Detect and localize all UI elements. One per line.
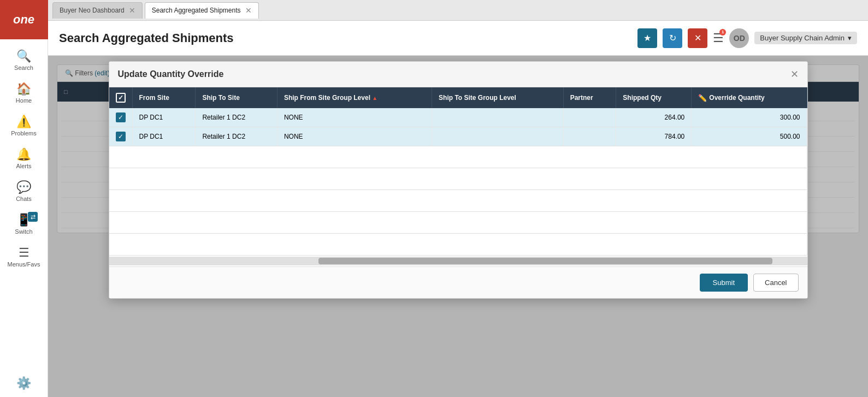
search-icon: 🔍	[16, 49, 31, 63]
sidebar-item-search[interactable]: 🔍 Search	[0, 44, 48, 76]
table-header-row: ✓ From Site Ship To Site S	[109, 87, 807, 108]
app-logo[interactable]: one	[0, 0, 48, 39]
sidebar-item-alerts[interactable]: 🔔 Alerts	[0, 142, 48, 175]
sidebar-item-settings[interactable]: ⚙️	[0, 371, 48, 397]
scrollbar-thumb	[318, 258, 772, 264]
col-header-ship-from-group: Ship From Site Group Level ▲	[277, 87, 432, 108]
sidebar-label-menus: Menus/Favs	[8, 261, 40, 268]
modal-backdrop: Update Quantity Override ✕ ✓	[48, 56, 868, 397]
user-role-label: Buyer Supply Chain Admin	[760, 34, 845, 42]
row1-ship-to-site: Retailer 1 DC2	[196, 108, 277, 127]
row1-shipped-qty: 264.00	[616, 108, 692, 127]
switch-overlay-icon: ⇄	[28, 212, 38, 222]
user-avatar: OD	[729, 28, 749, 48]
table-body: ✓ DP DC1 Retailer 1 DC2 NO	[109, 108, 807, 256]
tab-label-buyer-neo: Buyer Neo Dashboard	[60, 7, 125, 14]
table-row-empty	[109, 190, 807, 212]
page-title: Search Aggregated Shipments	[59, 31, 233, 45]
main-content: Buyer Neo Dashboard ✕ Search Aggregated …	[48, 0, 868, 397]
row1-checkbox[interactable]: ✓	[116, 112, 126, 122]
row2-ship-to-site: Retailer 1 DC2	[196, 127, 277, 146]
col-header-ship-to-group: Ship To Site Group Level	[432, 87, 564, 108]
modal-title: Update Quantity Override	[118, 69, 224, 79]
col-header-shipped-qty: Shipped Qty	[616, 87, 692, 108]
close-icon: ✕	[694, 33, 701, 43]
refresh-icon: ↻	[669, 33, 676, 43]
notification-badge: 1	[719, 29, 726, 35]
sidebar-label-chats: Chats	[16, 195, 32, 202]
sidebar-label-home: Home	[16, 97, 32, 104]
cancel-button[interactable]: Cancel	[753, 274, 798, 292]
row1-from-site: DP DC1	[132, 108, 196, 127]
horizontal-scrollbar[interactable]	[109, 257, 807, 265]
tab-buyer-neo[interactable]: Buyer Neo Dashboard ✕	[52, 2, 143, 19]
row1-override-qty[interactable]: 300.00	[692, 108, 807, 127]
row2-checkbox[interactable]: ✓	[116, 132, 126, 141]
settings-icon: ⚙️	[16, 376, 31, 390]
refresh-button[interactable]: ↻	[663, 28, 682, 48]
modal-body: ✓ From Site Ship To Site S	[109, 87, 807, 266]
override-table: ✓ From Site Ship To Site S	[109, 87, 807, 256]
user-role-dropdown[interactable]: Buyer Supply Chain Admin ▾	[754, 32, 857, 44]
sidebar-label-problems: Problems	[11, 130, 36, 137]
menus-icon: ☰	[19, 246, 29, 260]
sidebar: one 🔍 Search 🏠 Home ⚠️ Problems 🔔 Alerts…	[0, 0, 48, 397]
problems-icon: ⚠️	[16, 115, 31, 129]
chats-icon: 💬	[16, 180, 31, 194]
row2-ship-to-group	[432, 127, 564, 146]
header-actions: ★ ↻ ✕ ☰ 1 OD Buyer Supply Chain Admin ▾	[637, 28, 857, 48]
tab-label-search-agg: Search Aggregated Shipments	[152, 7, 241, 14]
table-row-empty	[109, 146, 807, 168]
row1-checkbox-cell[interactable]: ✓	[109, 108, 133, 127]
menu-icon-wrapper[interactable]: ☰ 1	[713, 31, 724, 45]
submit-button[interactable]: Submit	[700, 274, 748, 292]
sidebar-label-search: Search	[14, 64, 33, 71]
col-header-partner: Partner	[563, 87, 616, 108]
dropdown-chevron-icon: ▾	[848, 34, 852, 42]
row2-partner	[563, 127, 616, 146]
header-checkbox[interactable]: ✓	[116, 93, 126, 103]
table-row-empty	[109, 212, 807, 234]
col-header-checkbox: ✓	[109, 87, 133, 108]
sidebar-label-switch: Switch	[15, 228, 32, 235]
sidebar-item-switch[interactable]: 📱 ⇄ Switch	[0, 208, 48, 240]
table-row: ✓ DP DC1 Retailer 1 DC2 NO	[109, 108, 807, 127]
row1-partner	[563, 108, 616, 127]
close-page-button[interactable]: ✕	[688, 28, 707, 48]
content-area: 🔍 Filters (edit): [Aggregation Geo Level…	[48, 56, 868, 397]
star-icon: ★	[643, 33, 651, 43]
table-scroll-container[interactable]: ✓ From Site Ship To Site S	[109, 87, 807, 266]
sidebar-item-chats[interactable]: 💬 Chats	[0, 175, 48, 208]
home-icon: 🏠	[16, 82, 31, 96]
sidebar-item-home[interactable]: 🏠 Home	[0, 76, 48, 109]
row2-from-site: DP DC1	[132, 127, 196, 146]
page-header: Search Aggregated Shipments ★ ↻ ✕ ☰ 1 OD…	[48, 21, 868, 56]
modal-close-button[interactable]: ✕	[790, 68, 799, 80]
update-quantity-modal: Update Quantity Override ✕ ✓	[109, 61, 808, 299]
tab-close-buyer-neo[interactable]: ✕	[129, 6, 135, 15]
alerts-icon: 🔔	[16, 147, 31, 162]
col-header-override-qty: ✏️ Override Quantity	[692, 87, 807, 108]
sidebar-item-problems[interactable]: ⚠️ Problems	[0, 109, 48, 142]
tabs-bar: Buyer Neo Dashboard ✕ Search Aggregated …	[48, 0, 868, 21]
table-row-empty	[109, 168, 807, 190]
table-row-empty	[109, 234, 807, 256]
row2-ship-from-group: NONE	[277, 127, 432, 146]
sort-indicator-ship-from: ▲	[372, 95, 377, 101]
tab-search-agg[interactable]: Search Aggregated Shipments ✕	[145, 2, 259, 19]
col-header-ship-to-site: Ship To Site	[196, 87, 277, 108]
table-row: ✓ DP DC1 Retailer 1 DC2 NO	[109, 127, 807, 146]
sidebar-label-alerts: Alerts	[16, 163, 31, 169]
row1-ship-to-group	[432, 108, 564, 127]
row2-checkbox-cell[interactable]: ✓	[109, 127, 133, 146]
favorite-button[interactable]: ★	[637, 28, 657, 48]
modal-header: Update Quantity Override ✕	[109, 62, 807, 87]
row2-shipped-qty: 784.00	[616, 127, 692, 146]
logo-text: one	[13, 13, 34, 27]
edit-pencil-icon: ✏️	[698, 94, 707, 102]
sidebar-item-menus[interactable]: ☰ Menus/Favs	[0, 240, 48, 273]
row2-override-qty[interactable]: 500.00	[692, 127, 807, 146]
tab-close-search-agg[interactable]: ✕	[245, 6, 252, 15]
table-header: ✓ From Site Ship To Site S	[109, 87, 807, 108]
modal-footer: Submit Cancel	[109, 266, 807, 298]
